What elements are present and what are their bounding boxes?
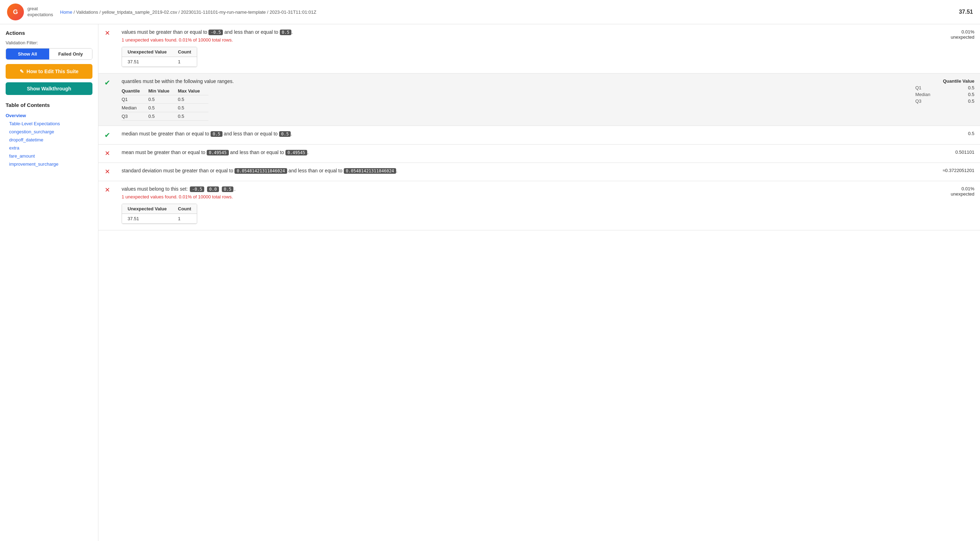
table-row: ✕ values must be greater than or equal t…	[99, 24, 980, 73]
logo-text: great expectations	[27, 6, 53, 18]
status-cell: ✕	[99, 163, 116, 181]
error-text: 1 unexpected values found. 0.01% of 1000…	[122, 37, 904, 43]
table-row: Q3 0.5 0.5	[122, 112, 208, 121]
min-cell: 0.5	[148, 95, 178, 104]
status-cell: ✔	[99, 126, 116, 145]
table-row: ✔ quantiles must be within the following…	[99, 73, 980, 126]
desc-text: values must belong to this set: -0.5 0.0…	[122, 186, 904, 192]
value-cell: 0.01% unexpected	[910, 24, 980, 73]
badge: 0.05481421311846024	[344, 168, 396, 174]
status-cell: ✕	[99, 145, 116, 163]
fail-icon: ✕	[105, 187, 110, 193]
sidebar: Actions Validation Filter: Show All Fail…	[0, 24, 99, 541]
min-cell: 0.5	[148, 112, 178, 121]
header: G great expectations Home / Validations …	[0, 0, 980, 24]
desc-text: values must be greater than or equal to …	[122, 29, 904, 35]
toc-item-overview[interactable]: Overview	[6, 112, 92, 120]
value-subtable: Quantile Value Q1 0.5 Median 0.5 Q3	[915, 78, 974, 104]
subtable-val: 0.5	[968, 99, 974, 104]
failed-only-button[interactable]: Failed Only	[49, 49, 92, 59]
status-cell: ✕	[99, 181, 116, 230]
unexpected-col-header: Unexpected Value	[122, 204, 172, 214]
fail-icon: ✕	[105, 150, 110, 157]
value-cell: 0.01% unexpected	[910, 181, 980, 230]
value-display: 0.01%	[915, 186, 974, 192]
set-badge: 0.0	[207, 187, 219, 192]
min-cell: 0.5	[148, 104, 178, 112]
value-cell: Quantile Value Q1 0.5 Median 0.5 Q3	[910, 73, 980, 126]
filter-label: Validation Filter:	[6, 40, 92, 45]
count-value-cell: 1	[172, 57, 197, 67]
subtable-label: Median	[915, 92, 931, 97]
table-row: 37.51 1	[122, 57, 197, 67]
subtable-val: 0.5	[968, 85, 974, 90]
q-cell: Q1	[122, 95, 148, 104]
desc-text: mean must be greater than or equal to 0.…	[122, 150, 904, 155]
breadcrumb-home[interactable]: Home	[60, 10, 72, 15]
toc-item-fare[interactable]: fare_amount	[6, 152, 92, 160]
unexpected-table: Unexpected Value Count 37.51 1	[122, 47, 197, 67]
description-cell: standard deviation must be greater than …	[116, 163, 910, 181]
set-badge: 0.5	[222, 187, 234, 192]
edit-icon: ✎	[20, 68, 24, 75]
value-cell: 0.501101	[910, 145, 980, 163]
actions-title: Actions	[6, 30, 92, 36]
description-cell: values must be greater than or equal to …	[116, 24, 910, 73]
q-header: Quantile	[122, 87, 148, 95]
filter-buttons: Show All Failed Only	[6, 48, 92, 60]
subtable-row: Q3 0.5	[915, 99, 974, 104]
toc-item-extra[interactable]: extra	[6, 144, 92, 152]
fail-icon: ✕	[105, 30, 110, 37]
unexpected-value-cell: 37.51	[122, 214, 172, 224]
show-all-button[interactable]: Show All	[6, 49, 49, 59]
unexpected-col-header: Unexpected Value	[122, 47, 172, 57]
badge: 0.5	[280, 30, 292, 35]
value-display: 0.5	[968, 131, 974, 136]
header-value: 37.51	[959, 9, 973, 15]
subtable-row: Q1 0.5	[915, 85, 974, 90]
status-cell: ✕	[99, 24, 116, 73]
status-cell: ✔	[99, 73, 116, 126]
table-row: ✕ standard deviation must be greater tha…	[99, 163, 980, 181]
pass-icon: ✔	[104, 79, 110, 86]
desc-text: standard deviation must be greater than …	[122, 168, 904, 174]
desc-text: quantiles must be within the following v…	[122, 78, 904, 84]
table-row: 37.51 1	[122, 214, 197, 224]
content-area: ✕ values must be greater than or equal t…	[99, 24, 980, 541]
count-col-header: Count	[172, 204, 197, 214]
quantile-table: Quantile Min Value Max Value Q1 0.5	[122, 87, 208, 121]
subtable-row: Median 0.5	[915, 92, 974, 97]
toc-item-table-level[interactable]: Table-Level Expectations	[6, 120, 92, 128]
walkthrough-button[interactable]: Show Walkthrough	[6, 82, 92, 95]
subtable-label: Q3	[915, 99, 921, 104]
logo-area: G great expectations	[7, 3, 53, 21]
unexpected-value-cell: 37.51	[122, 57, 172, 67]
badge: 0.05481421311846024	[234, 168, 287, 174]
toc-item-improvement[interactable]: improvement_surcharge	[6, 160, 92, 168]
max-cell: 0.5	[178, 104, 208, 112]
description-cell: values must belong to this set: -0.5 0.0…	[116, 181, 910, 230]
value-label: unexpected	[915, 35, 974, 40]
set-badge: -0.5	[190, 187, 204, 192]
badge: -0.5	[208, 30, 223, 35]
edit-suite-button[interactable]: ✎ How to Edit This Suite	[6, 64, 92, 79]
description-cell: mean must be greater than or equal to 0.…	[116, 145, 910, 163]
value-display: 0.501101	[955, 150, 974, 155]
description-cell: median must be greater than or equal to …	[116, 126, 910, 145]
table-row: ✔ median must be greater than or equal t…	[99, 126, 980, 145]
subtable-val: 0.5	[968, 92, 974, 97]
logo-icon: G	[7, 3, 24, 21]
badge: 0.5	[210, 131, 223, 137]
pass-icon: ✔	[104, 131, 110, 139]
value-cell: 0.5	[910, 126, 980, 145]
table-row: Median 0.5 0.5	[122, 104, 208, 112]
toc-item-dropoff[interactable]: dropoff_datetime	[6, 136, 92, 144]
validation-table: ✕ values must be greater than or equal t…	[99, 24, 980, 230]
badge: 0.49545	[207, 150, 229, 155]
table-row: ✕ mean must be greater than or equal to …	[99, 145, 980, 163]
q-cell: Median	[122, 104, 148, 112]
fail-icon: ✕	[105, 168, 110, 175]
badge: 0.49545	[285, 150, 307, 155]
toc-item-congestion[interactable]: congestion_surcharge	[6, 128, 92, 136]
value-display: 0.01%	[915, 29, 974, 35]
